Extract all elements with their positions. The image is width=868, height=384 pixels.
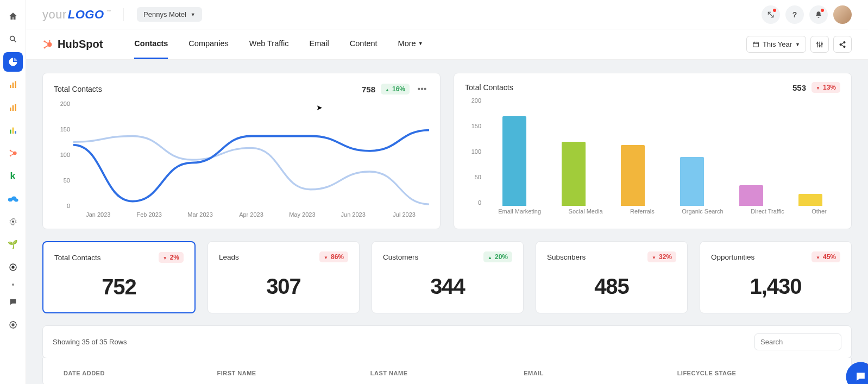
sidebar-app-target[interactable] (3, 257, 23, 277)
svg-rect-3 (12, 83, 14, 88)
svg-point-41 (821, 43, 822, 44)
vertical-separator (123, 8, 124, 21)
sidebar-hubspot[interactable] (3, 143, 23, 163)
svg-point-21 (11, 266, 14, 268)
bar-x-axis: Email MarketingSocial MediaReferralsOrga… (485, 208, 840, 217)
app-title: HubSpot (42, 38, 103, 51)
sidebar-separator-dot (12, 284, 14, 286)
line-y-axis: 200150100500 (54, 100, 73, 209)
kpi-opportunities[interactable]: Opportunities45%1,430 (700, 241, 852, 313)
svg-rect-8 (10, 130, 11, 134)
svg-rect-2 (10, 85, 11, 88)
org-name: Pennys Motel (143, 10, 186, 18)
sidebar-home[interactable] (3, 7, 23, 26)
tab-email[interactable]: Email (310, 29, 329, 59)
line-x-axis: Jan 2023Feb 2023Mar 2023Apr 2023May 2023… (73, 211, 429, 220)
sidebar-dashboards[interactable] (3, 52, 23, 72)
table-header-row: DATE ADDEDFIRST NAMELAST NAMEEMAILLIFECY… (54, 367, 840, 376)
sidebar: k 🌱 (0, 0, 26, 384)
tab-content[interactable]: Content (350, 29, 378, 59)
sidebar-search[interactable] (3, 29, 23, 49)
org-selector[interactable]: Pennys Motel ▼ (137, 7, 202, 22)
share-icon (839, 41, 846, 48)
user-avatar[interactable] (833, 5, 852, 24)
sidebar-app-gear[interactable] (3, 212, 23, 231)
sliders-icon (816, 41, 823, 48)
svg-line-24 (768, 12, 773, 17)
kpi-subscribers[interactable]: Subscribers32%485 (536, 241, 688, 313)
bar-chart-card: Total Contacts 553 13% 200150100500 Emai… (454, 73, 852, 229)
svg-rect-6 (12, 105, 14, 111)
bell-icon (815, 11, 822, 18)
quick-action-button[interactable] (762, 5, 780, 24)
svg-line-13 (11, 151, 14, 153)
sidebar-reports[interactable] (3, 121, 23, 140)
line-chart-title: Total Contacts (54, 85, 102, 93)
sidebar-analytics-2[interactable] (3, 98, 23, 117)
sidebar-activity[interactable] (3, 315, 23, 335)
svg-line-46 (841, 45, 844, 46)
svg-rect-32 (753, 42, 759, 47)
svg-point-23 (12, 324, 14, 326)
table-card: Showing 35 of 35 Rows (42, 325, 852, 358)
tab-contacts[interactable]: Contacts (134, 29, 168, 59)
line-chart-menu[interactable]: ••• (415, 82, 429, 96)
kpi-leads[interactable]: Leads86%307 (207, 241, 360, 313)
svg-rect-10 (15, 131, 16, 134)
period-selector[interactable]: This Year ▼ (746, 36, 806, 53)
svg-point-0 (10, 36, 14, 41)
help-button[interactable]: ? (785, 5, 804, 24)
svg-rect-7 (15, 104, 16, 111)
sidebar-app-plant[interactable]: 🌱 (3, 235, 23, 254)
svg-point-18 (14, 199, 18, 202)
tab-companies[interactable]: Companies (188, 29, 228, 59)
svg-point-25 (47, 42, 52, 46)
line-chart-card: Total Contacts 758 16% ••• 200150100500 … (42, 73, 441, 229)
chat-icon (855, 371, 867, 383)
table-summary: Showing 35 of 35 Rows (53, 338, 127, 346)
line-chart-value: 758 (362, 85, 375, 94)
subnav: HubSpot ContactsCompaniesWeb TrafficEmai… (26, 29, 868, 60)
hubspot-icon (42, 39, 53, 50)
period-label: This Year (763, 40, 792, 48)
tab-more[interactable]: More ▼ (398, 29, 423, 59)
svg-line-1 (14, 40, 16, 42)
bar-chart-title: Total Contacts (465, 83, 513, 92)
svg-point-39 (817, 42, 818, 43)
kpi-total-contacts[interactable]: Total Contacts2%752 (42, 241, 196, 313)
kpi-customers[interactable]: Customers20%344 (372, 241, 524, 313)
sidebar-salesforce[interactable] (3, 189, 23, 209)
bar-chart-plot (485, 97, 840, 206)
tab-bar: ContactsCompaniesWeb TrafficEmailContent… (134, 29, 423, 59)
svg-point-40 (819, 45, 820, 46)
svg-rect-5 (10, 108, 11, 111)
tab-web-traffic[interactable]: Web Traffic (249, 29, 289, 59)
content-area: Total Contacts 758 16% ••• 200150100500 … (26, 60, 868, 384)
svg-line-45 (841, 42, 844, 44)
svg-line-29 (45, 45, 48, 47)
bar-chart-delta: 13% (812, 82, 840, 93)
line-chart-plot (73, 100, 429, 219)
kpi-row: Total Contacts2%752Leads86%307Customers2… (42, 241, 852, 313)
calendar-icon (752, 41, 759, 48)
table-search-input[interactable] (754, 333, 841, 350)
svg-rect-4 (15, 81, 16, 88)
notifications-button[interactable] (809, 5, 828, 24)
svg-rect-9 (12, 128, 14, 134)
brand-logo: yourLOGO™ (42, 8, 110, 22)
chevron-down-icon: ▼ (191, 12, 196, 17)
bar-y-axis: 200150100500 (465, 97, 485, 206)
bar-chart-value: 553 (792, 83, 806, 92)
share-button[interactable] (833, 36, 852, 53)
svg-point-19 (12, 221, 14, 223)
sidebar-chat[interactable] (3, 292, 23, 312)
sidebar-analytics-1[interactable] (3, 75, 23, 95)
topbar: yourLOGO™ Pennys Motel ▼ ? (26, 0, 868, 29)
help-icon: ? (792, 10, 797, 19)
line-chart-delta: 16% (381, 84, 410, 95)
chevron-down-icon: ▼ (795, 42, 800, 47)
svg-line-15 (11, 154, 14, 155)
svg-line-27 (45, 42, 48, 43)
filter-button[interactable] (810, 36, 829, 53)
sidebar-app-k[interactable]: k (3, 166, 23, 186)
